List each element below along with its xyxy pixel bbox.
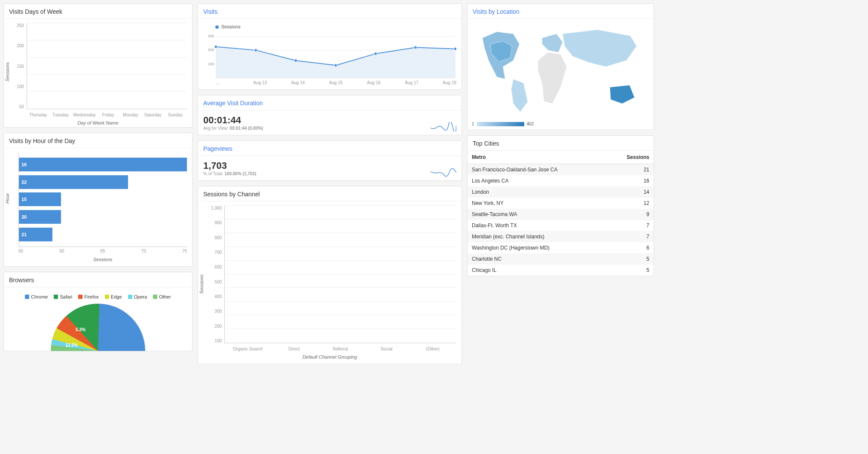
table-row[interactable]: San Francisco-Oakland-San Jose CA21 [468, 164, 654, 176]
card-title: Visits [198, 4, 462, 19]
x-tick: Aug 14 [267, 80, 305, 85]
legend-item[interactable]: Edge [105, 294, 122, 299]
map-scale-bar [477, 122, 524, 126]
x-tick: (Other) [411, 347, 455, 352]
cell-sessions: 14 [607, 186, 654, 198]
card-visits-line: Visits Sessions 300 200 100 ...Aug 13Aug… [198, 3, 462, 90]
map-region-australia[interactable] [610, 85, 634, 104]
x-tick: ... [216, 80, 229, 85]
legend-label: Firefox [84, 294, 99, 299]
data-point[interactable] [454, 47, 456, 50]
x-tick: Saturday [143, 113, 163, 118]
cell-sessions: 5 [607, 253, 654, 265]
world-map[interactable] [472, 21, 649, 116]
card-title: Visits Days of Week [4, 4, 192, 19]
x-tick: Friday [98, 113, 118, 118]
stat-sub: Avg for View: 00:01:44 (0.00%) [203, 126, 456, 131]
cell-metro: New York, NY [468, 198, 607, 209]
cell-sessions: 9 [607, 209, 654, 220]
x-tick: Aug 13 [229, 80, 267, 85]
hbar[interactable]: 16 [19, 158, 187, 171]
card-title: Browsers [4, 272, 192, 287]
card-visits-by-hour: Visits by Hour of the Day Hour 162215202… [3, 133, 193, 267]
cell-metro: Dallas-Ft. Worth TX [468, 220, 607, 231]
line-legend: Sessions [203, 23, 456, 32]
x-tick: Monday [121, 113, 141, 118]
table-row[interactable]: Washington DC (Hagerstown MD)6 [468, 242, 654, 253]
legend-item[interactable]: Chrome [25, 294, 48, 299]
table-row[interactable]: Chicago IL5 [468, 265, 654, 276]
cell-sessions: 12 [607, 198, 654, 209]
col-sessions[interactable]: Sessions [607, 151, 654, 164]
data-point[interactable] [414, 46, 417, 49]
x-axis-labels: ThursdayTuesdayWednesdayFridayMondaySatu… [27, 109, 187, 118]
line-area [216, 47, 455, 78]
legend-swatch-icon [25, 295, 29, 299]
legend-label: Opera [134, 294, 147, 299]
legend-label: Other [159, 294, 171, 299]
x-tick: Organic Search [226, 347, 270, 352]
card-visits-days-of-week: Visits Days of Week Sessions 25020015010… [3, 3, 193, 128]
table-row[interactable]: Charlotte NC5 [468, 253, 654, 265]
cell-metro: London [468, 186, 607, 198]
data-point[interactable] [254, 49, 257, 52]
sparkline-icon [431, 168, 456, 177]
cell-metro: Los Angeles CA [468, 175, 607, 186]
cell-metro: Seattle-Tacoma WA [468, 209, 607, 220]
legend-label: Chrome [31, 294, 48, 299]
table-row[interactable]: Los Angeles CA16 [468, 175, 654, 186]
stat-value: 1,703 [203, 160, 456, 171]
cell-metro: Chicago IL [468, 265, 607, 276]
y-axis-ticks: 1,000900800700600500400300200100 [203, 206, 224, 352]
x-tick: Aug 17 [381, 80, 419, 85]
table-row[interactable]: Seattle-Tacoma WA9 [468, 209, 654, 220]
table-row[interactable]: New York, NY12 [468, 198, 654, 209]
legend-swatch-icon [128, 295, 132, 299]
data-point[interactable] [214, 45, 217, 48]
map-scale-min: 1 [472, 122, 474, 126]
cell-sessions: 5 [607, 265, 654, 276]
legend-item[interactable]: Other [153, 294, 171, 299]
table-row[interactable]: Dallas-Ft. Worth TX7 [468, 220, 654, 231]
hbar[interactable]: 15 [19, 192, 61, 206]
map-region-africa[interactable] [538, 52, 567, 104]
y-axis-label: Hour [5, 193, 10, 204]
x-tick: Direct [272, 347, 316, 352]
map-region-sa[interactable] [511, 79, 528, 112]
y-tick: 100 [208, 62, 214, 66]
data-point[interactable] [294, 59, 297, 62]
card-title: Average Visit Duration [198, 95, 462, 110]
stat-value: 00:01:44 [203, 115, 456, 126]
x-tick: Wednesday [73, 113, 96, 118]
card-visits-by-location: Visits by Location 1 40 [467, 3, 654, 130]
pie-legend: ChromeSafariFirefoxEdgeOperaOther [9, 292, 187, 304]
x-axis-labels: Organic SearchDirectReferralSocial(Other… [224, 343, 456, 352]
table-row[interactable]: Meridian (exc. Channel Islands)7 [468, 231, 654, 242]
data-point[interactable] [334, 64, 337, 67]
hbar[interactable]: 22 [19, 175, 128, 189]
stat-sub: % of Total: 100.00% (1,703) [203, 171, 456, 176]
legend-swatch-icon [153, 295, 157, 299]
hbar[interactable]: 20 [19, 210, 61, 224]
x-axis-labels: ...Aug 13Aug 14Aug 15Aug 16Aug 17Aug 18 [203, 80, 456, 85]
cell-sessions: 21 [607, 164, 654, 176]
x-tick: Aug 15 [305, 80, 342, 85]
x-tick: Social [365, 347, 409, 352]
legend-item[interactable]: Opera [128, 294, 147, 299]
map-region-asia[interactable] [562, 30, 636, 67]
card-title: Sessions by Channel [198, 186, 462, 201]
col-metro[interactable]: Metro [468, 151, 607, 164]
legend-item[interactable]: Safari [54, 294, 72, 299]
legend-swatch-icon [78, 295, 83, 299]
x-tick: Aug 18 [419, 80, 456, 85]
legend-item[interactable]: Firefox [78, 294, 99, 299]
card-top-cities: Top Cities Metro Sessions San Francisco-… [467, 135, 654, 276]
line-chart-svg: 300 200 100 [203, 32, 456, 79]
legend-dot-icon [215, 25, 219, 29]
map-region-europe[interactable] [542, 34, 562, 52]
x-tick: Tuesday [51, 113, 70, 118]
table-row[interactable]: London14 [468, 186, 654, 198]
cell-sessions: 7 [607, 231, 654, 242]
hbar[interactable]: 21 [19, 228, 52, 241]
data-point[interactable] [374, 52, 377, 55]
